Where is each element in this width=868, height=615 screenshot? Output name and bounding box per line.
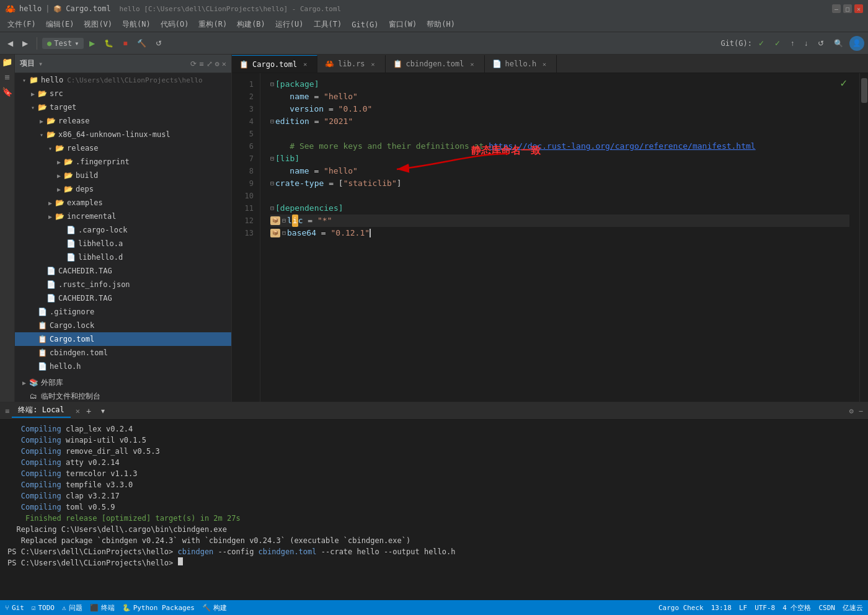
tab-hello-h[interactable]: 📄 hello.h ✕	[485, 55, 557, 73]
terminal-minimize-icon[interactable]: −	[859, 407, 863, 415]
code-line-3: version = "0.1.0"	[270, 103, 849, 115]
tree-arrow-icon: ▾	[20, 77, 29, 84]
menu-run[interactable]: 运行(U)	[270, 18, 309, 31]
fold-icon[interactable]: ⊟	[270, 177, 274, 190]
project-tree-icon[interactable]: 📁	[2, 57, 12, 67]
maximize-button[interactable]: □	[843, 4, 852, 13]
tree-root-hello[interactable]: ▾ 📁 hello C:\Users\dell\CLionProjects\he…	[15, 73, 231, 87]
menu-window[interactable]: 窗口(W)	[384, 18, 422, 31]
tree-hello-h[interactable]: 📄 hello.h	[15, 360, 231, 373]
tree-cbindgen-toml[interactable]: 📋 cbindgen.toml	[15, 346, 231, 360]
run-button[interactable]: ▶	[86, 36, 99, 51]
sync-icon[interactable]: ⟳	[190, 60, 197, 68]
add-terminal-button[interactable]: +	[82, 404, 95, 418]
tab-lib-rs[interactable]: 🦀 lib.rs ✕	[317, 55, 385, 73]
tab-cbindgen-toml[interactable]: 📋 cbindgen.toml ✕	[386, 55, 485, 73]
forward-button[interactable]: ▶	[19, 36, 32, 51]
menu-tools[interactable]: 工具(T)	[309, 18, 347, 31]
expand-icon[interactable]: ⤢	[206, 60, 213, 68]
tree-libhello-d[interactable]: 📄 libhello.d	[15, 250, 231, 264]
project-selector[interactable]: ● Test ▾	[42, 38, 84, 49]
tree-deps[interactable]: ▶ 📂 deps	[15, 182, 231, 196]
menu-build[interactable]: 构建(B)	[232, 18, 270, 31]
close-sidebar-icon[interactable]: ✕	[222, 60, 226, 68]
tree-rustc-info[interactable]: 📄 .rustc_info.json	[15, 278, 231, 291]
terminal-tab-close[interactable]: ✕	[76, 407, 80, 415]
menu-git[interactable]: Git(G)	[347, 19, 383, 30]
git-pull-button[interactable]: ↓	[800, 36, 812, 51]
filter-icon[interactable]: ≡	[199, 60, 203, 68]
tree-libhello-a[interactable]: 📄 libhello.a	[15, 237, 231, 250]
tree-cargo-lock-file[interactable]: 📄 .cargo-lock	[15, 223, 231, 237]
tree-release1[interactable]: ▶ 📂 release	[15, 114, 231, 128]
close-tab-lib-rs[interactable]: ✕	[369, 60, 378, 68]
fold-icon[interactable]: ⊟	[270, 115, 274, 128]
tree-cachedir2[interactable]: 📄 CACHEDIR.TAG	[15, 291, 231, 305]
fold-icon[interactable]: ⊟	[270, 78, 274, 91]
git-undo-button[interactable]: ↺	[814, 36, 828, 51]
search-button[interactable]: 🔍	[830, 36, 847, 51]
cloud-label[interactable]: 亿速云	[843, 603, 863, 613]
structure-icon[interactable]: ≡	[4, 72, 9, 82]
tree-src[interactable]: ▶ 📂 src	[15, 87, 231, 100]
file-icon: 📄	[37, 362, 47, 371]
tree-x86[interactable]: ▾ 📂 x86_64-unknown-linux-musl	[15, 128, 231, 141]
dropdown-arrow-icon: ▾	[38, 60, 43, 68]
encoding[interactable]: UTF-8	[755, 604, 775, 612]
tree-gitignore[interactable]: 📄 .gitignore	[15, 305, 231, 319]
tree-cargo-lock2[interactable]: 📋 Cargo.lock	[15, 319, 231, 332]
terminal-status[interactable]: ⬛ 终端	[90, 603, 115, 613]
menu-code[interactable]: 代码(O)	[156, 18, 194, 31]
line-ending[interactable]: LF	[739, 604, 747, 612]
tree-release2[interactable]: ▾ 📂 release	[15, 141, 231, 155]
cursor-position[interactable]: 13:18	[711, 604, 732, 612]
fold-icon[interactable]: ⊟	[270, 153, 274, 165]
debug-button[interactable]: 🐛	[100, 36, 117, 51]
stop-button[interactable]: ■	[119, 36, 131, 51]
code-editor[interactable]: ⊟[package] name = "hello" version = "0.1…	[260, 73, 859, 402]
todo-status[interactable]: ☑ TODO	[32, 604, 55, 612]
indent[interactable]: 4 个空格	[782, 603, 811, 613]
menu-refactor[interactable]: 重构(R)	[193, 18, 232, 31]
tree-examples[interactable]: ▶ 📂 examples	[15, 196, 231, 210]
build-button[interactable]: 🔨	[133, 36, 150, 51]
close-tab-hello-h[interactable]: ✕	[540, 60, 549, 68]
tree-fingerprint[interactable]: ▶ 📂 .fingerprint	[15, 155, 231, 169]
cargo-check-label[interactable]: Cargo Check	[658, 604, 704, 612]
menu-view[interactable]: 视图(V)	[79, 18, 117, 31]
python-packages-status[interactable]: 🐍 Python Packages	[122, 604, 195, 612]
menu-edit[interactable]: 编辑(E)	[41, 18, 79, 31]
close-tab-cargo-toml[interactable]: ✕	[301, 60, 309, 69]
git-check-button[interactable]: ✓	[755, 36, 768, 51]
tree-external-libs[interactable]: ▶ 📚 外部库	[15, 376, 231, 389]
terminal-dropdown-button[interactable]: ▾	[97, 404, 108, 418]
git-push-button[interactable]: ↑	[787, 36, 798, 51]
tab-cargo-toml[interactable]: 📋 Cargo.toml ✕	[232, 55, 317, 73]
tree-temp-control[interactable]: 🗂 临时文件和控制台	[15, 389, 231, 402]
settings-icon[interactable]: ⚙	[215, 60, 219, 68]
close-button[interactable]: ✕	[854, 4, 863, 13]
bookmark-icon[interactable]: 🔖	[2, 87, 12, 97]
tree-build[interactable]: ▶ 📂 build	[15, 169, 231, 182]
problems-status[interactable]: ⚠ 问题	[62, 603, 82, 613]
tree-target[interactable]: ▾ 📂 target	[15, 100, 231, 114]
terminal-tab-local[interactable]: 终端: Local	[12, 404, 71, 418]
tree-cargo-toml[interactable]: 📋 Cargo.toml	[15, 332, 231, 346]
minimize-button[interactable]: —	[832, 4, 841, 13]
terminal-settings-icon[interactable]: ⚙	[849, 407, 854, 415]
close-tab-cbindgen-toml[interactable]: ✕	[468, 60, 477, 68]
plugin-label[interactable]: CSDN	[819, 604, 836, 612]
git-check2-button[interactable]: ✓	[771, 36, 784, 51]
back-button[interactable]: ◀	[4, 36, 17, 51]
fold-icon[interactable]: ⊟	[282, 227, 286, 239]
menu-nav[interactable]: 导航(N)	[117, 18, 156, 31]
tree-incremental[interactable]: ▶ 📂 incremental	[15, 210, 231, 223]
fold-icon[interactable]: ⊟	[270, 202, 274, 215]
git-status[interactable]: ⑂ Git	[5, 604, 24, 612]
menu-help[interactable]: 帮助(H)	[422, 18, 460, 31]
reload-button[interactable]: ↺	[152, 36, 166, 51]
menu-file[interactable]: 文件(F)	[2, 18, 41, 31]
tree-cachedir[interactable]: 📄 CACHEDIR.TAG	[15, 264, 231, 278]
build-status[interactable]: 🔨 构建	[202, 603, 227, 613]
fold-icon[interactable]: ⊟	[282, 215, 286, 227]
